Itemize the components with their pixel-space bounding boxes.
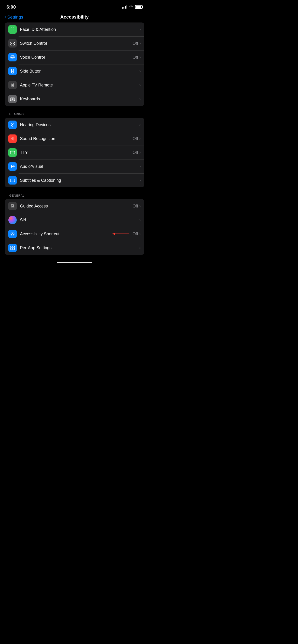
svg-rect-44 [11, 179, 15, 182]
svg-rect-7 [13, 44, 15, 45]
per-app-settings-chevron: › [139, 246, 141, 250]
battery-icon [135, 5, 143, 9]
svg-rect-57 [11, 248, 12, 250]
svg-point-51 [12, 232, 13, 234]
side-button-icon [8, 67, 17, 75]
svg-marker-54 [113, 232, 115, 235]
svg-rect-50 [12, 206, 13, 206]
svg-rect-6 [11, 44, 12, 45]
back-button[interactable]: ‹ Settings [5, 14, 23, 20]
sound-recognition-value: Off [133, 136, 138, 141]
svg-rect-29 [11, 152, 15, 154]
svg-rect-26 [12, 137, 13, 140]
switch-control-chevron: › [139, 41, 141, 46]
general-section-header: GENERAL [5, 189, 144, 199]
face-id-row[interactable]: Face ID & Attention › [5, 22, 144, 36]
keyboards-chevron: › [139, 97, 141, 101]
settings-content: Face ID & Attention › Switch Control Off… [0, 22, 149, 255]
sound-recognition-chevron: › [139, 136, 141, 141]
hearing-group: Hearing Devices › Sound Recognition Off … [5, 118, 144, 187]
svg-rect-55 [11, 246, 12, 248]
guided-access-row[interactable]: Guided Access Off › [5, 199, 144, 213]
interaction-group: Face ID & Attention › Switch Control Off… [5, 22, 144, 106]
svg-rect-27 [13, 137, 14, 141]
tty-icon [8, 148, 17, 157]
siri-row[interactable]: Siri › [5, 213, 144, 227]
svg-point-10 [12, 57, 13, 58]
audio-visual-row[interactable]: Audio/Visual › [5, 160, 144, 174]
voice-control-chevron: › [139, 55, 141, 59]
status-icons [122, 5, 143, 9]
switch-control-value: Off [133, 41, 138, 46]
home-indicator [57, 262, 92, 263]
keyboards-icon [8, 95, 17, 103]
accessibility-shortcut-row[interactable]: Accessibility Shortcut Off › [5, 227, 144, 241]
voice-control-row[interactable]: Voice Control Off › [5, 50, 144, 64]
guided-access-chevron: › [139, 204, 141, 208]
apple-tv-remote-icon [8, 81, 17, 89]
tty-value: Off [133, 150, 138, 155]
page-title: Accessibility [60, 14, 89, 20]
subtitles-label: Subtitles & Captioning [20, 178, 139, 183]
status-bar: 6:00 [0, 0, 149, 12]
keyboards-row[interactable]: Keyboards › [5, 92, 144, 106]
apple-tv-remote-row[interactable]: Apple TV Remote › [5, 78, 144, 92]
svg-rect-56 [13, 246, 15, 248]
voice-control-value: Off [133, 55, 138, 60]
svg-rect-4 [11, 42, 12, 43]
subtitles-row[interactable]: Subtitles & Captioning › [5, 174, 144, 187]
face-id-label: Face ID & Attention [20, 27, 139, 32]
wifi-icon [129, 5, 133, 8]
svg-rect-5 [13, 42, 15, 43]
per-app-settings-icon [8, 244, 17, 252]
keyboards-label: Keyboards [20, 97, 139, 102]
svg-point-13 [12, 84, 13, 84]
svg-point-24 [12, 124, 13, 125]
tty-row[interactable]: TTY Off › [5, 146, 144, 160]
audio-visual-chevron: › [139, 164, 141, 168]
accessibility-shortcut-icon [8, 230, 17, 238]
voice-control-label: Voice Control [20, 55, 133, 60]
hearing-devices-chevron: › [139, 123, 141, 127]
subtitles-icon [8, 176, 17, 184]
accessibility-shortcut-value: Off [133, 232, 138, 236]
switch-control-icon [8, 39, 17, 48]
back-label: Settings [7, 14, 23, 20]
tty-label: TTY [20, 150, 133, 155]
face-id-chevron: › [139, 27, 141, 32]
per-app-settings-row[interactable]: Per-App Settings › [5, 241, 144, 255]
side-button-chevron: › [139, 69, 141, 73]
side-button-label: Side Button [20, 69, 139, 74]
sound-recognition-row[interactable]: Sound Recognition Off › [5, 132, 144, 146]
voice-control-icon [8, 53, 17, 62]
svg-rect-28 [14, 138, 15, 140]
siri-label: Siri [20, 218, 139, 222]
apple-tv-remote-chevron: › [139, 83, 141, 87]
signal-icon [122, 5, 127, 8]
side-button-row[interactable]: Side Button › [5, 64, 144, 78]
siri-icon [8, 216, 17, 224]
general-group: Guided Access Off › Siri › Accessibility… [5, 199, 144, 255]
face-id-icon [8, 25, 17, 34]
hearing-devices-row[interactable]: Hearing Devices › [5, 118, 144, 132]
svg-point-2 [12, 29, 12, 29]
audio-visual-icon [8, 162, 17, 170]
back-chevron-icon: ‹ [5, 14, 6, 20]
accessibility-shortcut-chevron: › [139, 232, 141, 236]
svg-point-52 [11, 232, 15, 236]
hearing-devices-icon [8, 120, 17, 129]
tty-chevron: › [139, 150, 141, 154]
svg-rect-58 [13, 248, 15, 250]
sound-recognition-label: Sound Recognition [20, 136, 133, 141]
red-arrow-annotation [110, 231, 131, 237]
sound-recognition-icon [8, 134, 17, 143]
switch-control-row[interactable]: Switch Control Off › [5, 36, 144, 50]
per-app-settings-label: Per-App Settings [20, 246, 139, 250]
apple-tv-remote-label: Apple TV Remote [20, 83, 139, 88]
svg-point-3 [13, 29, 14, 29]
svg-rect-25 [11, 138, 12, 139]
svg-marker-40 [11, 165, 13, 168]
switch-control-label: Switch Control [20, 41, 133, 46]
accessibility-shortcut-label: Accessibility Shortcut [20, 232, 110, 236]
subtitles-chevron: › [139, 178, 141, 182]
